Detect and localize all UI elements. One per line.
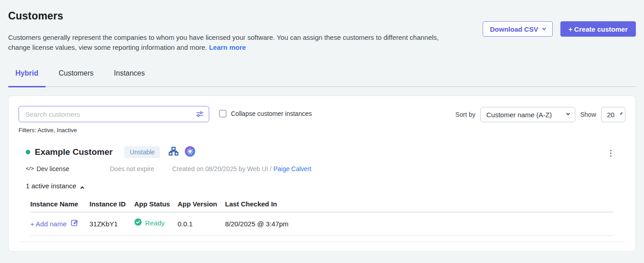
code-brackets-icon: </>: [26, 166, 33, 172]
instance-id-cell: 31ZKbY1: [89, 220, 134, 228]
created-text: Created on 08/20/2025 by Web UI /: [172, 165, 272, 172]
filters-summary: Filters: Active, Inactive: [19, 127, 209, 134]
add-name-link[interactable]: + Add name: [30, 219, 89, 228]
edit-pencil-icon[interactable]: [71, 219, 78, 228]
show-label: Show: [580, 111, 596, 118]
col-header-app-status: App Status: [134, 200, 178, 208]
collapse-instances-label: Collapse customer instances: [231, 110, 312, 117]
header-actions: Download CSV + Create customer: [483, 21, 636, 37]
tab-hybrid[interactable]: Hybrid: [15, 69, 38, 86]
search-wrap: [19, 106, 209, 122]
download-csv-label: Download CSV: [490, 25, 538, 33]
col-header-last-checked-in: Last Checked In: [225, 200, 613, 208]
license-row: </> Dev license Does not expire Created …: [19, 165, 625, 172]
license-type-cell: </> Dev license: [26, 165, 110, 172]
check-circle-icon: [134, 218, 142, 227]
collapse-instances-group: Collapse customer instances: [219, 110, 312, 117]
customer-header-row: Example Customer Unstable: [19, 146, 625, 158]
sort-controls: Sort by Customer name (A-Z) Show 20: [456, 107, 625, 122]
filter-sliders-icon[interactable]: [195, 110, 204, 120]
app-status-label: Ready: [145, 219, 165, 227]
tab-instances[interactable]: Instances: [114, 69, 145, 86]
created-info: Created on 08/20/2025 by Web UI / Paige …: [172, 165, 311, 172]
chevron-down-icon: [566, 111, 570, 115]
app-version-cell: 0.0.1: [178, 220, 225, 228]
instances-summary-toggle[interactable]: 1 active instance: [26, 182, 84, 190]
col-header-instance-name: Instance Name: [30, 200, 89, 208]
learn-more-link[interactable]: Learn more: [209, 43, 246, 51]
chevron-down-icon: [620, 112, 623, 115]
license-type-label: Dev license: [37, 165, 69, 172]
customer-type-icons: [168, 146, 195, 158]
kubernetes-icon: [185, 146, 195, 158]
create-customer-label: + Create customer: [569, 25, 628, 33]
instances-summary-label: 1 active instance: [26, 182, 76, 190]
collapse-instances-checkbox[interactable]: [219, 110, 226, 117]
created-by-link[interactable]: Paige Calvert: [273, 165, 311, 172]
tab-customers[interactable]: Customers: [59, 69, 94, 86]
toolbar: Filters: Active, Inactive Collapse custo…: [19, 106, 625, 134]
col-header-instance-id: Instance ID: [89, 200, 134, 208]
search-input[interactable]: [19, 106, 209, 122]
sort-by-label: Sort by: [456, 111, 475, 118]
show-count-value: 20: [607, 111, 615, 119]
license-expiry: Does not expire: [110, 165, 172, 172]
last-checked-in-cell: 8/20/2025 @ 3:47pm: [225, 220, 613, 228]
download-csv-button[interactable]: Download CSV: [483, 21, 553, 37]
sort-by-value: Customer name (A-Z): [486, 111, 552, 119]
tab-bar: Hybrid Customers Instances: [8, 69, 636, 87]
instance-name-cell: + Add name: [30, 219, 89, 228]
chevron-up-icon: [80, 186, 84, 190]
customer-options-kebab-icon[interactable]: [609, 148, 613, 158]
app-status-cell: Ready: [134, 220, 178, 227]
customers-page: Customers Customers generally represent …: [0, 0, 644, 252]
customers-card: Filters: Active, Inactive Collapse custo…: [8, 96, 636, 252]
card-footer-divider: [19, 242, 625, 242]
col-header-app-version: App Version: [178, 200, 225, 208]
sitemap-channels-icon: [168, 146, 179, 158]
app-status-ready: Ready: [134, 218, 178, 227]
instance-table-row: + Add name 31ZKbY1: [30, 212, 613, 236]
chevron-down-icon: [542, 26, 545, 30]
active-status-dot-icon: [26, 150, 30, 154]
add-name-label: + Add name: [30, 220, 66, 228]
instances-table-header: Instance Name Instance ID App Status App…: [30, 200, 613, 212]
create-customer-button[interactable]: + Create customer: [560, 21, 636, 37]
sort-by-select[interactable]: Customer name (A-Z): [480, 107, 575, 122]
page-description: Customers generally represent the compan…: [8, 33, 451, 53]
customer-name: Example Customer: [35, 147, 113, 157]
page-title: Customers: [8, 0, 636, 22]
instances-table: Instance Name Instance ID App Status App…: [30, 200, 613, 236]
channel-badge: Unstable: [124, 146, 160, 158]
show-count-select[interactable]: 20: [601, 107, 625, 122]
